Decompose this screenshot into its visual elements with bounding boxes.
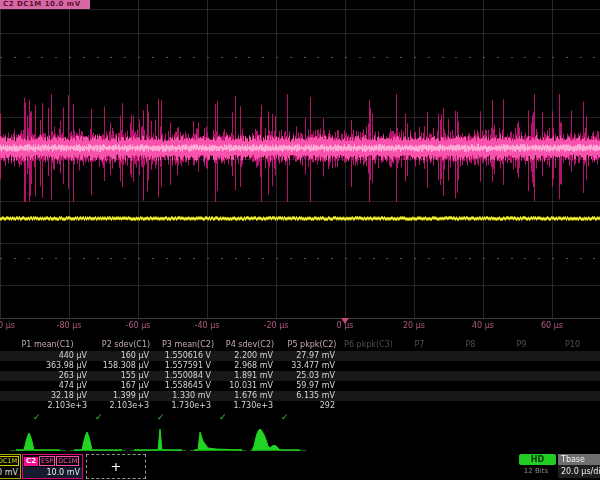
timebase-descriptor-box[interactable]: Tbase 20.0 µs/div — [558, 454, 600, 479]
measure-value-cell: 59.97 mV — [281, 381, 343, 391]
measure-table-row: 32.18 µV1.399 µV1.330 mV1.676 mV6.135 mV — [0, 391, 600, 401]
measure-status-check-icon: ✓ — [157, 411, 165, 423]
histicon-5[interactable] — [250, 429, 306, 451]
time-axis: -100 µs-80 µs-60 µs-40 µs-20 µs0 µs20 µs… — [0, 319, 600, 333]
measure-value-cell: 292 — [281, 401, 343, 411]
channel2-descriptor-box[interactable]: C2 ESP DC1M 10.0 mV — [22, 454, 83, 479]
measure-value-cell — [547, 371, 598, 381]
histicon-3[interactable] — [130, 429, 186, 451]
measure-value-cell: 155 µV — [95, 371, 157, 381]
measure-value-cell — [343, 381, 394, 391]
histicon-4[interactable] — [190, 432, 246, 451]
measure-value-cell: 1.399 µV — [95, 391, 157, 401]
measure-value-cell — [445, 381, 496, 391]
measure-value-cell: 1.730e+3 — [157, 401, 219, 411]
measure-status-row: ✓✓✓✓✓ — [0, 411, 600, 423]
measure-value-cell: 2.968 mV — [219, 361, 281, 371]
measure-value-cell — [496, 351, 547, 361]
measure-value-cell — [343, 361, 394, 371]
time-axis-label: 60 µs — [541, 321, 563, 330]
measure-value-cell: 1.730e+3 — [219, 401, 281, 411]
measure-value-cell — [496, 401, 547, 411]
measure-column-header[interactable]: P2 sdev(C1) — [95, 339, 157, 351]
measure-table-row: 440 µV160 µV1.550616 V2.200 mV27.97 mV — [0, 351, 600, 361]
measure-value-cell: 6.135 mV — [281, 391, 343, 401]
measure-value-cell — [445, 351, 496, 361]
measure-value-cell: 1.558645 V — [157, 381, 219, 391]
time-axis-label: -80 µs — [57, 321, 82, 330]
time-axis-label: 40 µs — [472, 321, 494, 330]
measure-value-cell — [394, 391, 445, 401]
measure-value-cell: 440 µV — [0, 351, 95, 361]
channel2-vertical-scale: 10.0 mV — [23, 467, 82, 478]
measure-table-row: 2.103e+32.103e+31.730e+31.730e+3292 — [0, 401, 600, 411]
measure-value-cell — [445, 391, 496, 401]
measure-status-check-icon: ✓ — [95, 411, 103, 423]
measure-value-cell — [547, 381, 598, 391]
measure-column-header[interactable]: P4 sdev(C2) — [219, 339, 281, 351]
channel1-descriptor-box[interactable]: C1 DC1M 10.0 mV — [0, 454, 21, 479]
channel1-coupling-badge: DC1M — [0, 456, 19, 466]
hd-bits-label: 12 Bits — [513, 467, 559, 475]
measure-column-header[interactable]: P1 mean(C1) — [0, 339, 95, 351]
measure-value-cell: 33.477 mV — [281, 361, 343, 371]
measure-value-cell — [445, 401, 496, 411]
measure-value-cell: 27.97 mV — [281, 351, 343, 361]
measure-value-cell — [394, 401, 445, 411]
measure-value-cell: 263 µV — [0, 371, 95, 381]
measure-value-cell: 474 µV — [0, 381, 95, 391]
measure-column-header[interactable]: P7 — [394, 339, 445, 351]
measure-value-cell — [394, 381, 445, 391]
measure-table: P1 mean(C1)P2 sdev(C1)P3 mean(C2)P4 sdev… — [0, 339, 600, 423]
measure-value-cell — [496, 361, 547, 371]
measure-value-cell: 1.891 mV — [219, 371, 281, 381]
measure-value-cell — [394, 351, 445, 361]
measure-value-cell: 25.03 mV — [281, 371, 343, 381]
time-axis-label: -20 µs — [264, 321, 289, 330]
measure-column-header[interactable]: P6 pkpk(C3) — [343, 339, 394, 351]
channel2-overlay-label: C2 DC1M 10.0 mV — [0, 0, 90, 9]
time-axis-label: 20 µs — [403, 321, 425, 330]
measure-value-cell: 1.676 mV — [219, 391, 281, 401]
hd-mode-badge[interactable]: HD — [519, 454, 556, 465]
measure-value-cell: 10.031 mV — [219, 381, 281, 391]
measure-value-cell: 160 µV — [95, 351, 157, 361]
measure-value-cell: 1.557591 V — [157, 361, 219, 371]
channel2-esp-badge: ESP — [39, 456, 55, 466]
measure-value-cell — [547, 351, 598, 361]
measure-table-row: 263 µV155 µV1.550084 V1.891 mV25.03 mV — [0, 371, 600, 381]
measure-table-row: 474 µV167 µV1.558645 V10.031 mV59.97 mV — [0, 381, 600, 391]
channel2-label: C2 — [24, 457, 38, 466]
measure-value-cell — [547, 391, 598, 401]
measure-value-cell: 1.550084 V — [157, 371, 219, 381]
measure-status-check-icon: ✓ — [33, 411, 41, 423]
measure-value-cell — [394, 361, 445, 371]
add-trace-button[interactable]: + — [86, 454, 146, 479]
timebase-label: Tbase — [558, 454, 600, 465]
measure-value-cell: 363.98 µV — [0, 361, 95, 371]
measure-value-cell: 1.550616 V — [157, 351, 219, 361]
measure-value-cell — [394, 371, 445, 381]
trigger-position-marker[interactable] — [341, 318, 349, 328]
measure-value-cell: 158.308 µV — [95, 361, 157, 371]
measure-value-cell — [445, 361, 496, 371]
histicon-1[interactable] — [10, 433, 66, 451]
measure-value-cell — [343, 391, 394, 401]
measure-column-header[interactable]: P3 mean(C2) — [157, 339, 219, 351]
channel2-coupling-badge: DC1M — [56, 456, 79, 466]
oscilloscope-screen: C2 DC1M 10.0 mV -100 µs-80 µs-60 µs-40 µ… — [0, 0, 600, 480]
measure-value-cell — [547, 401, 598, 411]
measure-value-cell: 32.18 µV — [0, 391, 95, 401]
measure-value-cell — [496, 381, 547, 391]
measure-value-cell — [343, 401, 394, 411]
measure-value-cell — [496, 371, 547, 381]
measure-column-header[interactable]: P8 — [445, 339, 496, 351]
measure-column-header[interactable]: P9 — [496, 339, 547, 351]
histicon-2[interactable] — [70, 432, 126, 451]
measure-value-cell — [343, 351, 394, 361]
measure-value-cell — [343, 371, 394, 381]
measure-status-check-icon: ✓ — [281, 411, 289, 423]
measure-column-header[interactable]: P10 — [547, 339, 598, 351]
measure-column-header[interactable]: P5 pkpk(C2) — [281, 339, 343, 351]
histicon-strip — [0, 426, 600, 454]
